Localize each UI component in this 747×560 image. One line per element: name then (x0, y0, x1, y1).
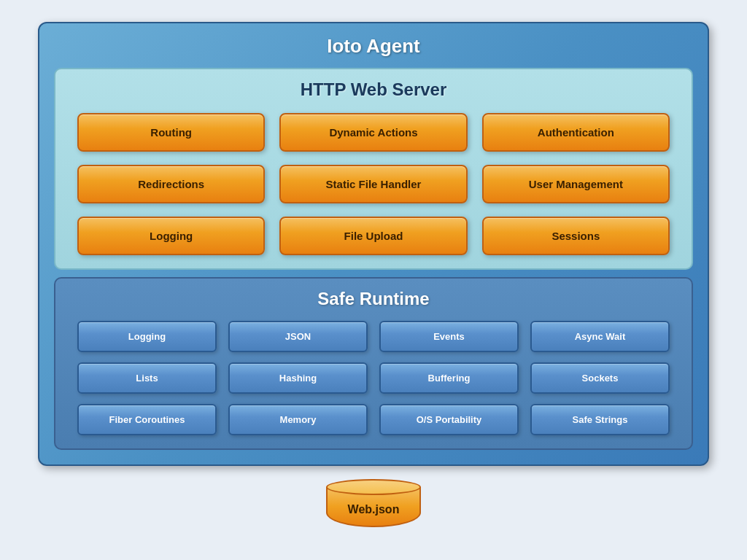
http-server-title: HTTP Web Server (70, 79, 677, 100)
runtime-fiber-coroutines-button[interactable]: Fiber Coroutines (77, 404, 217, 435)
runtime-hashing-button[interactable]: Hashing (228, 362, 368, 394)
file-upload-button[interactable]: File Upload (279, 217, 467, 255)
safe-runtime-container: Safe Runtime Logging JSON Events Async W… (54, 277, 693, 450)
authentication-button[interactable]: Authentication (482, 113, 670, 152)
safe-runtime-title: Safe Runtime (70, 289, 677, 309)
http-grid: Routing Dynamic Actions Authentication R… (70, 113, 677, 255)
runtime-grid: Logging JSON Events Async Wait Lists Has… (70, 321, 677, 435)
dynamic-actions-button[interactable]: Dynamic Actions (279, 113, 467, 152)
routing-button[interactable]: Routing (77, 113, 265, 152)
runtime-os-portability-button[interactable]: O/S Portability (379, 404, 519, 435)
user-management-button[interactable]: User Management (482, 165, 670, 203)
sessions-button[interactable]: Sessions (482, 217, 670, 255)
logging-http-button[interactable]: Logging (77, 217, 265, 255)
cylinder-top (326, 479, 421, 495)
runtime-events-button[interactable]: Events (379, 321, 519, 352)
runtime-async-wait-button[interactable]: Async Wait (530, 321, 670, 352)
runtime-logging-button[interactable]: Logging (77, 321, 217, 352)
runtime-json-button[interactable]: JSON (228, 321, 368, 352)
runtime-sockets-button[interactable]: Sockets (530, 362, 670, 394)
runtime-buffering-button[interactable]: Buffering (379, 362, 519, 394)
webjson-wrapper: Web.json (38, 479, 709, 527)
http-server-container: HTTP Web Server Routing Dynamic Actions … (54, 68, 693, 270)
webjson-label: Web.json (348, 497, 400, 516)
runtime-safe-strings-button[interactable]: Safe Strings (530, 404, 670, 435)
webjson-cylinder: Web.json (326, 479, 421, 527)
main-wrapper: Ioto Agent HTTP Web Server Routing Dynam… (38, 22, 709, 527)
static-file-handler-button[interactable]: Static File Handler (279, 165, 467, 203)
redirections-button[interactable]: Redirections (77, 165, 265, 203)
runtime-memory-button[interactable]: Memory (228, 404, 368, 435)
ioto-agent-title: Ioto Agent (54, 35, 693, 58)
runtime-lists-button[interactable]: Lists (77, 362, 217, 394)
ioto-agent-container: Ioto Agent HTTP Web Server Routing Dynam… (38, 22, 709, 466)
